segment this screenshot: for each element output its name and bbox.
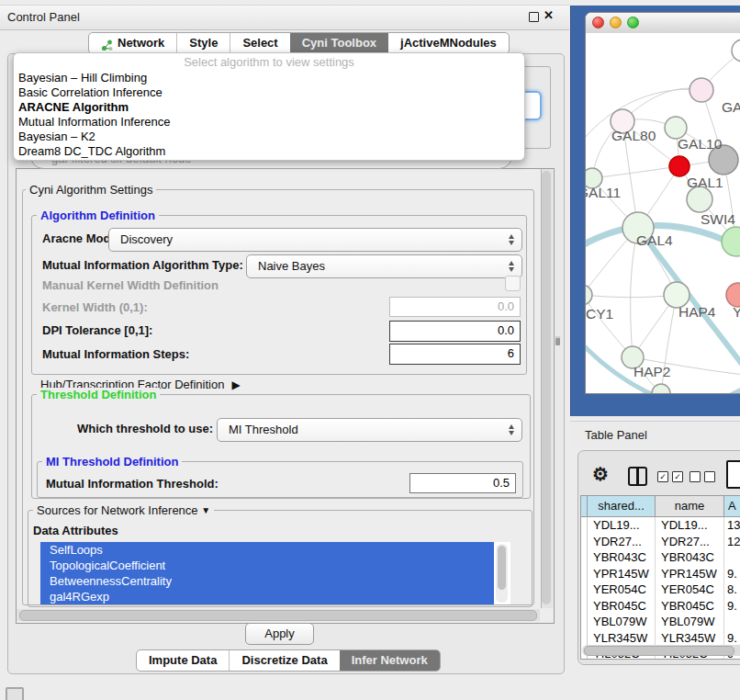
dropdown-item-dream8-dc-tdc-algorithm[interactable]: Dream8 DC_TDC Algorithm xyxy=(14,144,524,159)
attribute-item-selfloops[interactable]: SelfLoops xyxy=(40,542,494,558)
table-row[interactable]: YBR043CYBR043C xyxy=(581,549,740,566)
gear-icon[interactable]: ⚙ xyxy=(592,463,609,485)
cell-value: 9. xyxy=(724,598,740,615)
checked-box-icon: ✓ xyxy=(657,471,668,482)
table-row[interactable]: YBR045CYBR045C9. xyxy=(581,598,740,615)
new-table-icon[interactable] xyxy=(726,460,740,489)
table-row[interactable]: YPR145WYPR145W9. xyxy=(581,566,740,582)
row-gutter-cell xyxy=(581,630,588,647)
collapsed-panel-icon[interactable] xyxy=(6,687,24,700)
table-panel-titlebar: Table Panel xyxy=(570,421,740,447)
network-node[interactable] xyxy=(586,285,592,305)
node-label-gal: GAL xyxy=(722,99,740,115)
mi-type-label: Mutual Information Algorithm Type: xyxy=(42,258,243,272)
tab-select[interactable]: Select xyxy=(230,33,289,53)
row-gutter-cell xyxy=(581,517,588,534)
spinner-icon xyxy=(507,260,517,273)
dropdown-item-bayesian-hill-climbing[interactable]: Bayesian – Hill Climbing xyxy=(14,71,524,85)
tab-discretize-data[interactable]: Discretize Data xyxy=(229,650,339,671)
network-node[interactable] xyxy=(722,227,740,256)
cell-name: YER054C xyxy=(656,581,724,598)
node-label-gal80: GAL80 xyxy=(611,128,656,143)
table-body: YDL19...YDL19...13YDR27...YDR27...12YBR0… xyxy=(581,517,740,660)
manual-kernel-checkbox[interactable] xyxy=(505,276,521,291)
table-row[interactable]: YER054CYER054C8. xyxy=(581,581,740,598)
tab-jactivemnodules[interactable]: jActiveMNodules xyxy=(388,33,509,53)
cell-shared-name: YBR043C xyxy=(588,549,656,566)
row-gutter-cell xyxy=(581,566,588,582)
app-root: Control Panel ✕ NetworkStyleSelectCyni T… xyxy=(0,0,740,700)
apply-button[interactable]: Apply xyxy=(245,623,314,645)
settings-hscrollbar-thumb[interactable] xyxy=(19,610,537,621)
dropdown-item-mutual-information-inference[interactable]: Mutual Information Inference xyxy=(14,115,524,130)
network-node[interactable] xyxy=(690,78,713,102)
cell-value xyxy=(724,614,740,630)
network-node[interactable] xyxy=(687,186,712,212)
deselect-all-checks-icon[interactable] xyxy=(690,471,715,482)
tab-style[interactable]: Style xyxy=(176,33,230,53)
cell-shared-name: YPR145W xyxy=(588,566,656,582)
algorithm-dropdown-list: Bayesian – Hill ClimbingBasic Correlatio… xyxy=(14,71,524,159)
node-label-hap2: HAP2 xyxy=(633,364,671,379)
float-panel-icon[interactable] xyxy=(529,12,539,22)
minimize-window-icon[interactable] xyxy=(610,17,622,28)
row-gutter-cell xyxy=(581,581,588,598)
dropdown-item-bayesian-k2[interactable]: Bayesian – K2 xyxy=(14,130,524,144)
network-canvas[interactable]: GALGAL80GAL10GAL1GAL11SWI4GAL4GCY1HAP4YH… xyxy=(586,33,740,393)
mi-threshold-label: Mutual Information Threshold: xyxy=(46,477,219,491)
kernel-width-field[interactable]: 0.0 xyxy=(389,297,521,317)
column-header-a[interactable]: A xyxy=(724,496,740,516)
table-row[interactable]: YBL079WYBL079W xyxy=(581,614,740,630)
attributes-scrollbar-thumb[interactable] xyxy=(498,546,506,590)
tab-label: Discretize Data xyxy=(241,650,327,671)
network-window-titlebar[interactable] xyxy=(586,13,740,34)
tab-label: jActiveMNodules xyxy=(400,33,497,53)
sources-title[interactable]: Sources for Network Inference ▼ xyxy=(33,503,214,517)
mi-type-select[interactable]: Naive Bayes xyxy=(246,254,522,278)
table-row[interactable]: YLR345WYLR345W9. xyxy=(581,630,740,647)
attribute-item-gal4rgexp[interactable]: gal4RGexp xyxy=(40,589,494,604)
node-label-gal1: GAL1 xyxy=(687,175,723,190)
tab-network[interactable]: Network xyxy=(89,33,176,53)
columns-icon[interactable] xyxy=(628,467,647,486)
tab-infer-network[interactable]: Infer Network xyxy=(340,650,440,671)
select-all-checks-icon[interactable]: ✓ ✓ xyxy=(657,471,683,482)
settings-vscrollbar-thumb[interactable] xyxy=(542,171,551,604)
spinner-icon xyxy=(507,423,517,436)
which-threshold-select[interactable]: MI Threshold xyxy=(217,418,522,442)
mi-steps-field[interactable]: 6 xyxy=(389,344,521,365)
mi-threshold-field[interactable]: 0.5 xyxy=(409,473,516,493)
tab-impute-data[interactable]: Impute Data xyxy=(137,650,229,671)
cell-name: YBR045C xyxy=(656,598,724,615)
close-panel-icon[interactable]: ✕ xyxy=(544,8,554,22)
table-row[interactable]: YDR27...YDR27...12 xyxy=(581,534,740,550)
cell-value: 13 xyxy=(724,517,740,534)
network-node[interactable] xyxy=(652,384,670,393)
zoom-window-icon[interactable] xyxy=(627,17,639,28)
algorithm-dropdown: Select algorithm to view settings Bayesi… xyxy=(13,52,525,161)
dropdown-item-basic-correlation-inference[interactable]: Basic Correlation Inference xyxy=(14,85,524,100)
tab-cyni-toolbox[interactable]: Cyni Toolbox xyxy=(290,33,388,53)
network-node[interactable] xyxy=(669,156,690,176)
close-window-icon[interactable] xyxy=(592,17,604,28)
column-header-name[interactable]: name xyxy=(656,496,724,516)
cell-value: 8. xyxy=(724,581,740,598)
column-header-shared[interactable]: shared... xyxy=(588,496,656,516)
attribute-item-topologicalcoefficient[interactable]: TopologicalCoefficient xyxy=(40,558,494,573)
node-label-gcy1: GCY1 xyxy=(586,306,613,322)
panel-title: Control Panel xyxy=(7,10,80,24)
data-attributes-list: SelfLoopsTopologicalCoefficientBetweenne… xyxy=(40,542,510,604)
cell-name: YDL19... xyxy=(656,517,724,534)
dpi-tolerance-field[interactable]: 0.0 xyxy=(389,321,521,342)
attribute-item-betweennesscentrality[interactable]: BetweennessCentrality xyxy=(40,573,494,589)
cyni-settings-title: Cyni Algorithm Settings xyxy=(26,183,156,197)
unchecked-box-icon xyxy=(704,471,715,482)
table-hscrollbar-thumb[interactable] xyxy=(584,646,734,656)
table-row[interactable]: YDL19...YDL19...13 xyxy=(581,517,740,534)
tab-label: Select xyxy=(242,33,277,53)
dpi-tolerance-label: DPI Tolerance [0,1]: xyxy=(42,323,152,337)
collapsed-arrow-icon: ▶ xyxy=(231,378,240,391)
dropdown-item-aracne-algorithm[interactable]: ARACNE Algorithm xyxy=(14,100,524,115)
splitter-grip[interactable] xyxy=(555,336,560,345)
aracne-mode-select[interactable]: Discovery xyxy=(108,228,522,252)
